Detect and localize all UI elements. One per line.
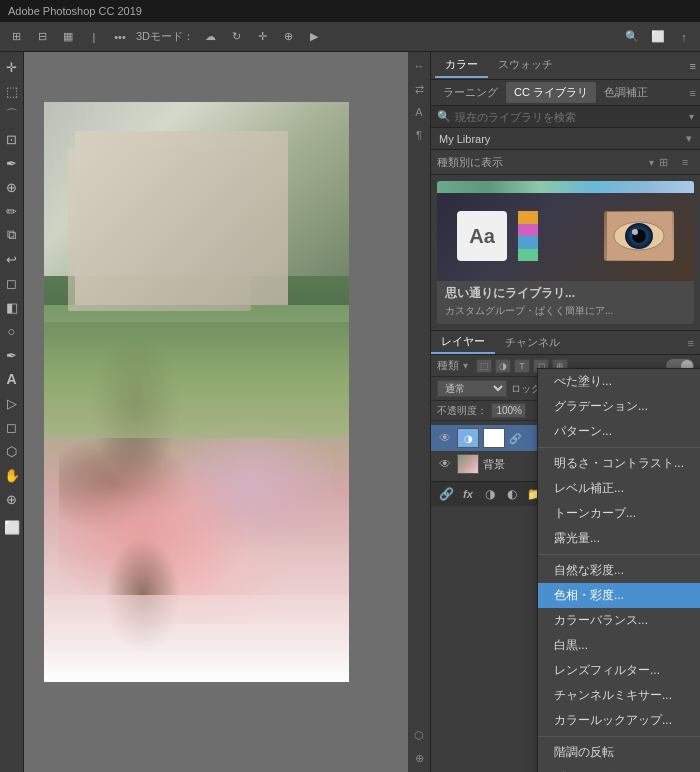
library-chevron-icon: ▾ (686, 132, 692, 145)
layer-eye-icon[interactable]: 👁 (437, 430, 453, 446)
panel-toggle-2[interactable]: ⇄ (409, 79, 429, 99)
library-name: My Library (439, 133, 686, 145)
tab-color[interactable]: カラー (435, 53, 488, 78)
menu-item-vibrance[interactable]: 自然な彩度... (538, 558, 700, 583)
distribute-icon[interactable]: ⊟ (32, 27, 52, 47)
menu-item-solid-fill[interactable]: べた塗り... (538, 369, 700, 394)
menu-item-lens-filter[interactable]: レンズフィルター... (538, 658, 700, 683)
crosshair-icon[interactable]: ✛ (252, 27, 272, 47)
extra-tool[interactable]: ⬜ (1, 516, 23, 538)
text-tool[interactable]: A (1, 368, 23, 390)
move-icon[interactable]: ⊕ (278, 27, 298, 47)
library-selector[interactable]: My Library ▾ (431, 128, 700, 150)
grid-view-icon[interactable]: ⊞ (654, 153, 672, 171)
shape-tool[interactable]: ◻ (1, 416, 23, 438)
workspace-icon[interactable]: ⬜ (648, 27, 668, 47)
3d-tool[interactable]: ⬡ (1, 440, 23, 462)
cloud-icon[interactable]: ☁ (200, 27, 220, 47)
tab-layers[interactable]: レイヤー (431, 331, 495, 354)
menu-item-exposure[interactable]: 露光量... (538, 526, 700, 551)
toolbox: ✛ ⬚ ⌒ ⊡ ✒ ⊕ ✏ ⧉ ↩ ◻ ◧ ○ ✒ A ▷ ◻ ⬡ ✋ ⊕ ⬜ (0, 52, 24, 772)
tab-color-correction[interactable]: 色調補正 (596, 82, 656, 103)
crop-tool[interactable]: ⊡ (1, 128, 23, 150)
blend-mode-select[interactable]: 通常 (437, 380, 507, 397)
brush-tool[interactable]: ✏ (1, 200, 23, 222)
history-brush-tool[interactable]: ↩ (1, 248, 23, 270)
link-layers-icon[interactable]: 🔗 (437, 485, 455, 503)
menu-item-invert[interactable]: 階調の反転 (538, 740, 700, 765)
context-menu: べた塗り...グラデーション...パターン...明るさ・コントラスト...レベル… (537, 368, 700, 772)
menu-item-black-white[interactable]: 白黒... (538, 633, 700, 658)
clone-tool[interactable]: ⧉ (1, 224, 23, 246)
zoom-tool[interactable]: ⊕ (1, 488, 23, 510)
canvas-image (44, 102, 349, 682)
library-card-image: Aa (437, 181, 694, 281)
opacity-input[interactable] (491, 403, 526, 418)
layer-thumb: ◑ (457, 428, 479, 448)
refresh-icon[interactable]: ↻ (226, 27, 246, 47)
filter-pixel-icon[interactable]: ⬚ (476, 359, 492, 373)
menu-item-levels[interactable]: レベル補正... (538, 476, 700, 501)
house-detail (68, 148, 251, 310)
spot-heal-tool[interactable]: ⊕ (1, 176, 23, 198)
dodge-tool[interactable]: ○ (1, 320, 23, 342)
panel-tabs: カラー スウォッチ ≡ (431, 52, 700, 80)
share-icon[interactable]: ↑ (674, 27, 694, 47)
tab-swatches[interactable]: スウォッチ (488, 53, 563, 78)
pen-tool[interactable]: ✒ (1, 344, 23, 366)
add-adjustment-icon[interactable]: ◐ (503, 485, 521, 503)
menu-item-hue-saturation[interactable]: 色相・彩度... (538, 583, 700, 608)
menu-item-gradient[interactable]: グラデーション... (538, 394, 700, 419)
more-icon[interactable]: ••• (110, 27, 130, 47)
title-bar: Adobe Photoshop CC 2019 (0, 0, 700, 22)
panel-toggle-4[interactable]: ¶ (409, 125, 429, 145)
search-dropdown-icon[interactable]: ▾ (689, 111, 694, 122)
add-mask-icon[interactable]: ◑ (481, 485, 499, 503)
search-input[interactable] (455, 111, 685, 123)
arrange-icon[interactable]: ▦ (58, 27, 78, 47)
menu-item-channel-mixer[interactable]: チャンネルミキサー... (538, 683, 700, 708)
bg-layer-eye-icon[interactable]: 👁 (437, 456, 453, 472)
panel-more-icon[interactable]: ≡ (690, 60, 696, 72)
lasso-tool[interactable]: ⌒ (1, 104, 23, 126)
library-card: Aa (437, 181, 694, 324)
menu-item-posterize[interactable]: ポスタリゼーション... (538, 765, 700, 772)
ground-light (44, 595, 349, 682)
filter-text-icon[interactable]: T (514, 359, 530, 373)
panel-toggle-1[interactable]: ↔ (409, 56, 429, 76)
filter-adjust-icon[interactable]: ◑ (495, 359, 511, 373)
panel-toggle-5[interactable]: ⬡ (409, 725, 429, 745)
kind-label: 種類 (437, 358, 459, 373)
card-aa-box: Aa (457, 211, 507, 261)
hand-tool[interactable]: ✋ (1, 464, 23, 486)
kind-dropdown-icon[interactable]: ▾ (463, 360, 468, 371)
bg-layer-thumb (457, 454, 479, 474)
menu-item-brightness-contrast[interactable]: 明るさ・コントラスト... (538, 451, 700, 476)
menu-divider (538, 554, 700, 555)
layers-tabs: レイヤー チャンネル ≡ (431, 331, 700, 355)
tab-learning[interactable]: ラーニング (435, 82, 506, 103)
video-icon[interactable]: ▶ (304, 27, 324, 47)
layer-fx-icon[interactable]: fx (459, 485, 477, 503)
menu-item-curves[interactable]: トーンカーブ... (538, 501, 700, 526)
list-view-icon[interactable]: ≡ (676, 153, 694, 171)
eraser-tool[interactable]: ◻ (1, 272, 23, 294)
panel-toggle-3[interactable]: A (409, 102, 429, 122)
align-icon[interactable]: ⊞ (6, 27, 26, 47)
menu-item-color-balance[interactable]: カラーバランス... (538, 608, 700, 633)
library-more-icon[interactable]: ≡ (690, 87, 696, 99)
tab-channels[interactable]: チャンネル (495, 332, 570, 353)
path-select-tool[interactable]: ▷ (1, 392, 23, 414)
panel-toggle-6[interactable]: ⊕ (409, 748, 429, 768)
move-tool[interactable]: ✛ (1, 56, 23, 78)
search-icon[interactable]: 🔍 (622, 27, 642, 47)
menu-item-pattern[interactable]: パターン... (538, 419, 700, 444)
eyedropper-tool[interactable]: ✒ (1, 152, 23, 174)
select-tool[interactable]: ⬚ (1, 80, 23, 102)
canvas-area (24, 52, 408, 772)
gradient-tool[interactable]: ◧ (1, 296, 23, 318)
menu-item-color-lookup[interactable]: カラールックアップ... (538, 708, 700, 733)
layers-more-icon[interactable]: ≡ (688, 337, 700, 349)
tab-cc-library[interactable]: CC ライブラリ (506, 82, 596, 103)
card-contents: Aa (457, 211, 674, 261)
